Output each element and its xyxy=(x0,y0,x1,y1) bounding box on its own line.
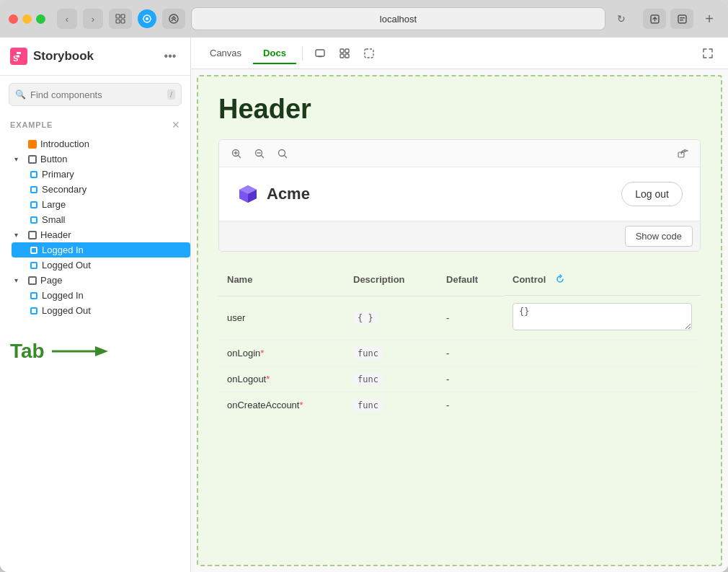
svg-rect-1 xyxy=(121,14,125,18)
sidebar-item-header-logged-out[interactable]: Logged Out xyxy=(12,258,190,273)
zoom-in-button[interactable] xyxy=(226,144,247,164)
fullscreen-button[interactable] xyxy=(696,42,719,65)
sidebar-item-header[interactable]: ▾ Header xyxy=(10,227,190,242)
acme-cube-icon xyxy=(236,182,259,206)
required-marker: * xyxy=(299,400,303,410)
refresh-button[interactable]: ↻ xyxy=(611,9,631,29)
header-stories: Logged In Logged Out xyxy=(12,242,190,273)
sidebar-section: EXAMPLE ✕ xyxy=(0,113,190,136)
sidebar-item-page-logged-in[interactable]: Logged In xyxy=(12,288,190,303)
storybook-logo-icon: S xyxy=(10,48,27,65)
share-button[interactable] xyxy=(643,9,666,29)
story-icon xyxy=(29,215,39,225)
svg-rect-15 xyxy=(316,50,324,56)
prop-description: { } xyxy=(345,296,438,340)
fullscreen-traffic-light[interactable] xyxy=(36,14,45,24)
sidebar-item-secondary[interactable]: Secondary xyxy=(12,182,190,197)
table-row: onLogout* func - xyxy=(218,366,701,392)
col-description: Description xyxy=(345,263,438,296)
sidebar-item-header-logged-in[interactable]: Logged In xyxy=(12,242,190,258)
storybook-toolbar: Canvas Docs xyxy=(191,38,728,69)
sidebar-item-page-logged-out[interactable]: Logged Out xyxy=(12,303,190,318)
svg-rect-0 xyxy=(116,14,120,18)
sidebar-item-label: Logged Out xyxy=(42,305,91,316)
grid-button[interactable] xyxy=(333,42,356,65)
svg-rect-18 xyxy=(340,54,344,58)
new-tab-button[interactable]: + xyxy=(699,9,719,29)
sidebar-item-large[interactable]: Large xyxy=(12,197,190,212)
story-icon-active xyxy=(29,245,39,255)
props-table: Name Description Default Control xyxy=(218,263,701,418)
sidebar-item-label: Secondary xyxy=(42,184,86,195)
minimize-traffic-light[interactable] xyxy=(22,14,32,24)
component-icon xyxy=(27,154,37,164)
section-close-button[interactable]: ✕ xyxy=(172,119,180,131)
preview-share-button[interactable] xyxy=(672,144,693,164)
prop-description: func xyxy=(345,366,438,392)
show-code-button[interactable]: Show code xyxy=(625,226,693,247)
extension-btn-1[interactable] xyxy=(138,9,156,28)
sidebar-item-small[interactable]: Small xyxy=(12,212,190,227)
tab-overview-button[interactable] xyxy=(109,9,132,29)
close-traffic-light[interactable] xyxy=(9,14,18,24)
address-text: localhost xyxy=(380,14,417,25)
search-shortcut: / xyxy=(167,89,175,100)
more-options-button[interactable]: ••• xyxy=(160,46,180,66)
search-bar[interactable]: 🔍 / xyxy=(9,83,182,106)
chevron-down-icon: ▾ xyxy=(14,231,25,239)
tab-docs[interactable]: Docs xyxy=(253,43,296,64)
sidebar-item-page[interactable]: ▾ Page xyxy=(10,273,190,288)
story-icon xyxy=(29,260,39,270)
button-stories: Primary Secondary Large xyxy=(12,167,190,227)
svg-rect-20 xyxy=(365,49,373,58)
story-icon xyxy=(29,306,39,316)
sidebar-item-label: Logged In xyxy=(42,245,84,255)
required-marker: * xyxy=(260,348,264,358)
back-button[interactable]: ‹ xyxy=(57,9,77,29)
sidebar-item-label: Page xyxy=(40,275,62,286)
tab-canvas[interactable]: Canvas xyxy=(200,43,252,64)
prop-control xyxy=(504,340,701,366)
prop-name: user xyxy=(218,296,345,340)
search-input[interactable] xyxy=(30,89,163,100)
story-icon xyxy=(29,170,39,180)
traffic-lights xyxy=(9,14,45,24)
address-bar[interactable]: localhost xyxy=(191,7,605,30)
reset-zoom-button[interactable] xyxy=(272,144,293,164)
prop-default: - xyxy=(438,296,504,340)
outline-button[interactable] xyxy=(358,42,381,65)
svg-marker-14 xyxy=(95,346,108,356)
sidebar-item-introduction[interactable]: Introduction xyxy=(10,136,190,151)
preview-box: Acme Log out Show code xyxy=(218,139,701,252)
prop-name: onLogin* xyxy=(218,340,345,366)
control-user-input[interactable]: {} xyxy=(512,303,692,330)
extension-btn-2[interactable] xyxy=(162,9,185,29)
prop-default: - xyxy=(438,392,504,418)
component-icon xyxy=(27,276,37,286)
forward-button[interactable]: › xyxy=(83,9,103,29)
svg-rect-16 xyxy=(340,49,344,53)
main-content: Canvas Docs xyxy=(191,38,728,572)
svg-rect-9 xyxy=(680,17,685,19)
component-icon xyxy=(27,230,37,240)
svg-rect-2 xyxy=(116,19,120,23)
prop-control[interactable]: {} xyxy=(504,296,701,340)
svg-rect-17 xyxy=(345,49,349,53)
browser-titlebar: ‹ › localhost ↻ xyxy=(0,0,728,38)
tab-arrow-icon xyxy=(52,340,110,362)
sidebar-header: S Storybook ••• xyxy=(0,38,190,76)
svg-point-5 xyxy=(146,17,148,20)
prop-default: - xyxy=(438,340,504,366)
viewport-button[interactable] xyxy=(308,42,332,65)
sidebar-item-button[interactable]: ▾ Button xyxy=(10,151,190,167)
svg-rect-3 xyxy=(121,19,125,23)
reading-list-button[interactable] xyxy=(670,9,693,29)
zoom-out-button[interactable] xyxy=(249,144,270,164)
toolbar-separator xyxy=(302,46,303,61)
prop-control xyxy=(504,392,701,418)
tab-annotation-label: Tab xyxy=(10,340,45,363)
logout-button[interactable]: Log out xyxy=(621,182,683,206)
reset-controls-button[interactable] xyxy=(550,269,570,289)
sidebar-item-primary[interactable]: Primary xyxy=(12,167,190,182)
col-default: Default xyxy=(438,263,504,296)
